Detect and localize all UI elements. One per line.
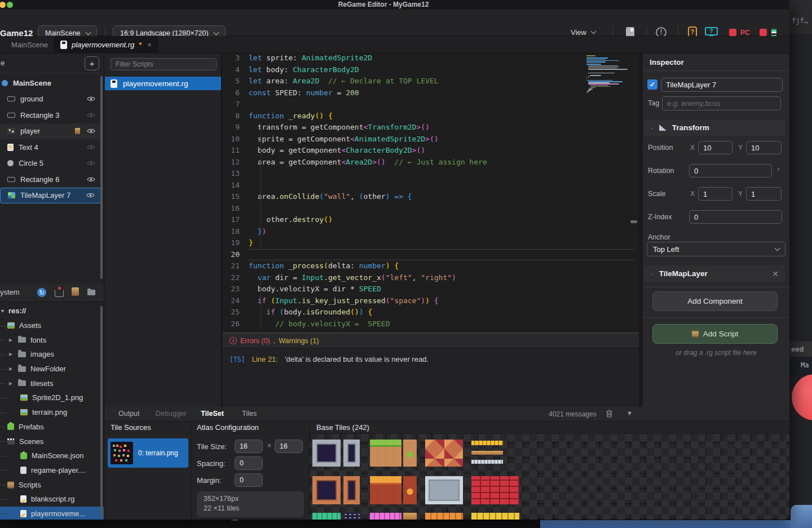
- tile-block-pink[interactable]: [370, 513, 401, 520]
- tile-block-orange[interactable]: [425, 513, 463, 520]
- tile-atlas[interactable]: [310, 434, 789, 520]
- tag-input[interactable]: [662, 96, 781, 110]
- code-line-10[interactable]: 10 sprite = getComponent<AnimatedSprite2…: [223, 134, 639, 145]
- code-line-20[interactable]: 20: [223, 249, 639, 261]
- code-line-19[interactable]: 19}: [223, 237, 639, 249]
- code-line-23[interactable]: 23 body.velocityX = dir * SPEED: [223, 283, 639, 295]
- visibility-eye-icon[interactable]: [86, 192, 95, 198]
- code-line-7[interactable]: 7: [223, 99, 639, 110]
- code-line-25[interactable]: 25 if (body.isGrounded()) {: [223, 307, 639, 318]
- code-line-12[interactable]: 12 area = getComponent<Area2D>() // ← Ju…: [223, 157, 639, 168]
- fs-item-sprite2d_1-png[interactable]: Sprite2D_1.png: [0, 391, 104, 405]
- minimap[interactable]: [586, 55, 634, 94]
- import-icon[interactable]: [55, 290, 64, 297]
- tile-block-gold[interactable]: [471, 441, 503, 445]
- hierarchy-item-ground[interactable]: ground: [0, 91, 101, 108]
- code-line-15[interactable]: 15 area.onCollide("wall", (other) => {: [223, 191, 639, 203]
- add-node-button[interactable]: +: [85, 56, 99, 70]
- code-line-26[interactable]: 26 // body.velocityX = SPEED: [223, 318, 639, 330]
- scale-y-input[interactable]: [746, 187, 782, 201]
- tile-block-frame[interactable]: [343, 476, 360, 504]
- scale-x-input[interactable]: [698, 187, 732, 201]
- tab-MainScene[interactable]: MainScene: [5, 36, 55, 54]
- hierarchy-item-circle-5[interactable]: Circle 5: [0, 156, 101, 172]
- code-line-4[interactable]: 4let body: CharacterBody2D: [223, 64, 639, 76]
- node-name-input[interactable]: [661, 78, 783, 92]
- panel-divider[interactable]: [639, 54, 643, 407]
- folder-icon[interactable]: [87, 290, 95, 295]
- hierarchy-item-rectangle-3[interactable]: Rectangle 3: [0, 107, 101, 123]
- bottom-tab-tileset[interactable]: TileSet: [201, 410, 224, 418]
- fs-item-scripts[interactable]: Scripts: [0, 477, 104, 492]
- fs-item-newfolder[interactable]: ▶NewFolder: [0, 362, 104, 376]
- record-icon[interactable]: [729, 29, 736, 36]
- tile-block-navy[interactable]: [343, 513, 360, 520]
- tile-block-silver[interactable]: [471, 460, 503, 464]
- fs-item-blankscript-rg[interactable]: blankscript.rg: [0, 492, 104, 507]
- hierarchy-scrollbar[interactable]: [100, 76, 103, 279]
- editor-scrollbar[interactable]: [630, 220, 637, 223]
- view-menu[interactable]: View: [571, 28, 595, 37]
- visibility-eye-icon[interactable]: [87, 176, 95, 183]
- visibility-eye-icon[interactable]: [87, 112, 95, 118]
- script-list-item[interactable]: playermovement.rg: [105, 77, 221, 90]
- bottom-tab-tiles[interactable]: Tiles: [242, 410, 257, 418]
- fs-item-images[interactable]: ▶images: [0, 347, 104, 362]
- hierarchy-item-tilemaplayer-7[interactable]: TileMapLayer 7: [0, 188, 101, 204]
- margin-input[interactable]: [235, 473, 263, 487]
- fs-item-assets[interactable]: Assets: [0, 318, 104, 333]
- add-component-button[interactable]: Add Component: [652, 291, 778, 311]
- tile-block-teal[interactable]: [312, 513, 341, 520]
- refresh-icon[interactable]: ↻: [37, 288, 46, 297]
- tile-block-lava[interactable]: [370, 476, 401, 504]
- transform-section-header[interactable]: · Transform: [644, 119, 785, 136]
- code-line-16[interactable]: 16: [223, 203, 639, 215]
- zindex-input[interactable]: [689, 210, 782, 224]
- code-line-11[interactable]: 11 body = getComponent<CharacterBody2D>(…: [223, 145, 639, 157]
- tile-block-grass[interactable]: [370, 440, 401, 467]
- code-editor[interactable]: 3let sprite: AnimatedSprite2D4let body: …: [223, 54, 639, 332]
- position-x-input[interactable]: [698, 141, 732, 154]
- code-line-5[interactable]: 5let area: Area2D // ← Declare at TOP LE…: [223, 76, 639, 87]
- tile-width-input[interactable]: [235, 440, 263, 453]
- tile-source-item[interactable]: 0: terrain.png: [108, 438, 188, 468]
- tile-block-brick[interactable]: [471, 476, 519, 504]
- hierarchy-item-rectangle-6[interactable]: Rectangle 6: [0, 171, 101, 188]
- bottom-tab-debugger[interactable]: Debugger: [156, 410, 187, 418]
- tile-block-stone[interactable]: [343, 440, 360, 467]
- fs-item-regame-player-[interactable]: regame-player....: [0, 463, 104, 478]
- filter-scripts-input[interactable]: [111, 58, 217, 70]
- filesystem-scrollbar[interactable]: [100, 306, 103, 517]
- code-line-9[interactable]: 9 transform = getComponent<Transform2D>(…: [223, 122, 639, 134]
- code-line-13[interactable]: 13: [223, 168, 639, 180]
- tile-block-stone[interactable]: [312, 440, 341, 467]
- code-line-14[interactable]: 14: [223, 180, 639, 192]
- code-line-8[interactable]: 8function _ready() {: [223, 110, 639, 122]
- code-line-22[interactable]: 22 var dir = Input.get_vector_x("left", …: [223, 272, 639, 284]
- package-icon[interactable]: [72, 287, 79, 296]
- tile-height-input[interactable]: [275, 440, 303, 453]
- problems-header[interactable]: ! Errors (0) , Warnings (1): [223, 334, 639, 348]
- code-line-6[interactable]: 6const SPEED: number = 200: [223, 87, 639, 99]
- record-icon-2[interactable]: [760, 29, 767, 36]
- warning-row[interactable]: [TS] Line 21: 'delta' is declared but it…: [230, 355, 429, 363]
- visibility-eye-icon[interactable]: [87, 96, 95, 102]
- tab-playermovement-rg[interactable]: playermovement.rg*×: [54, 36, 158, 54]
- code-line-3[interactable]: 3let sprite: AnimatedSprite2D: [223, 54, 639, 64]
- trash-icon[interactable]: [606, 409, 613, 420]
- spacing-input[interactable]: [235, 456, 263, 470]
- position-y-input[interactable]: [746, 141, 782, 154]
- tile-block-metal[interactable]: [425, 476, 463, 504]
- fs-item-tilesets[interactable]: ▶tilesets: [0, 376, 104, 391]
- tile-block-lavadrop[interactable]: [403, 476, 417, 504]
- hierarchy-item-text-4[interactable]: Text 4: [0, 139, 101, 156]
- fs-item-res-[interactable]: ▾res://: [0, 304, 104, 318]
- code-line-21[interactable]: 21function _process(delta: number) {: [223, 260, 639, 272]
- code-line-24[interactable]: 24 if (Input.is_key_just_pressed("space"…: [223, 295, 639, 307]
- filter-icon[interactable]: ▼: [626, 410, 633, 416]
- tile-block-tan[interactable]: [471, 451, 503, 455]
- tile-block-frame[interactable]: [312, 476, 341, 504]
- visibility-eye-icon[interactable]: [87, 160, 95, 166]
- visibility-eye-icon[interactable]: [87, 128, 95, 134]
- hierarchy-item-player[interactable]: player: [0, 123, 101, 140]
